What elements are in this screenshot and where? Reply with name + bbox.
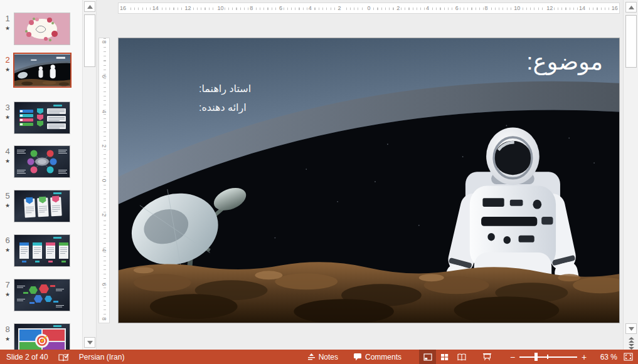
slideshow-button[interactable]	[479, 350, 496, 364]
main-scrollbar-thumb[interactable]	[625, 15, 637, 68]
zoom-in-button[interactable]: +	[580, 352, 588, 362]
zoom-slider-thumb[interactable]	[534, 353, 538, 361]
slide-thumbnail-1[interactable]	[14, 13, 70, 45]
transition-star-icon: ★	[3, 247, 13, 253]
transition-star-icon: ★	[3, 158, 13, 164]
reading-view-icon	[457, 353, 466, 361]
reading-view-button[interactable]	[453, 350, 470, 364]
fit-to-window-icon	[624, 353, 633, 361]
thumbnail-7-art	[14, 279, 70, 311]
scroll-up-button[interactable]	[625, 2, 637, 13]
zoom-out-button[interactable]: −	[508, 352, 517, 362]
thumbnail-6-art	[14, 235, 70, 266]
notes-icon	[307, 353, 316, 361]
comments-label: Comments	[365, 353, 401, 361]
notes-toggle-button[interactable]: Notes	[307, 353, 338, 361]
book-check-icon	[58, 353, 69, 361]
slide-number-3: 3	[3, 103, 13, 112]
slide-thumbnail-8[interactable]	[14, 323, 70, 350]
slide-number-8: 8	[3, 325, 13, 334]
slide-number-6: 6	[3, 236, 13, 245]
thumbnail-meta-6: 6 ★	[3, 236, 13, 253]
transition-star-icon: ★	[3, 202, 13, 209]
chevron-up-icon	[87, 5, 93, 9]
thumbnail-1-art	[14, 13, 70, 44]
main-scrollbar	[623, 0, 638, 350]
slide-thumbnail-2-selected[interactable]	[13, 53, 72, 88]
thumbnail-5-art	[14, 190, 70, 222]
comments-toggle-button[interactable]: Comments	[353, 353, 401, 361]
thumbnail-8-art	[14, 324, 70, 350]
thumbnail-meta-4: 4 ★	[3, 147, 13, 164]
thumbnail-3-art	[14, 102, 70, 133]
thumbnail-meta-7: 7 ★	[3, 280, 13, 298]
powerpoint-window: 1 ★ 2 ★	[0, 0, 638, 364]
thumb-scroll-down-button[interactable]	[84, 337, 95, 348]
chevron-up-icon	[629, 6, 634, 9]
zoom-level[interactable]: 63 %	[591, 353, 617, 361]
vertical-ruler: 864202468	[98, 38, 110, 323]
horizontal-ruler: 1614121086420246810121416	[118, 3, 620, 14]
thumbnail-meta-5: 5 ★	[3, 191, 13, 209]
slide-title-text[interactable]: موضوع:	[526, 48, 603, 75]
transition-star-icon: ★	[3, 114, 13, 120]
slide-canvas[interactable]: موضوع: استاد راهنما: ارائه دهنده:	[118, 38, 620, 323]
thumb-scroll-up-button[interactable]	[84, 1, 95, 12]
slide-counter: Slide 2 of 40	[6, 353, 48, 361]
comment-bubble-icon	[353, 353, 362, 361]
presenter-line: ارائه دهنده:	[199, 98, 274, 117]
slide-thumbnail-3[interactable]	[14, 101, 70, 134]
slide-thumbnail-4[interactable]	[14, 145, 70, 178]
normal-view-icon	[423, 353, 432, 361]
double-chevron-down-icon	[629, 344, 634, 350]
thumbnail-meta-2: 2 ★	[3, 55, 13, 73]
proofing-icon[interactable]	[58, 353, 69, 361]
transition-star-icon: ★	[3, 336, 13, 342]
transition-star-icon: ★	[3, 291, 13, 298]
slide-sorter-view-button[interactable]	[436, 350, 453, 364]
transition-star-icon: ★	[3, 25, 13, 31]
thumbnail-2-art	[14, 54, 70, 86]
status-bar: Slide 2 of 40 Persian (Iran) Notes Comme…	[0, 350, 638, 364]
slide-number-4: 4	[3, 147, 13, 156]
chevron-down-icon	[629, 327, 634, 331]
thumbnail-meta-3: 3 ★	[3, 103, 13, 120]
zoom-slider-track	[519, 356, 577, 358]
slide-thumbnail-6[interactable]	[14, 234, 70, 267]
zoom-slider-notch	[547, 355, 548, 359]
slide-background-image	[119, 38, 619, 323]
slideshow-icon	[482, 353, 492, 361]
supervisor-line: استاد راهنما:	[199, 80, 274, 98]
chevron-down-icon	[87, 341, 93, 345]
slide-number-7: 7	[3, 280, 13, 289]
thumb-scrollbar-thumb[interactable]	[84, 14, 95, 67]
slide-thumbnail-panel: 1 ★ 2 ★	[0, 0, 82, 350]
transition-star-icon: ★	[3, 66, 13, 73]
slide-sorter-icon	[440, 353, 449, 361]
thumbnail-panel-scrollbar	[82, 0, 97, 350]
slide-subtitle-textbox[interactable]: استاد راهنما: ارائه دهنده:	[199, 80, 274, 117]
notes-label: Notes	[319, 353, 338, 361]
fit-to-window-button[interactable]	[624, 353, 633, 361]
thumbnail-meta-8: 8 ★	[3, 325, 13, 342]
language-indicator[interactable]: Persian (Iran)	[79, 353, 125, 361]
slide-thumbnail-7[interactable]	[14, 279, 70, 311]
slide-number-5: 5	[3, 191, 13, 200]
normal-view-button[interactable]	[419, 350, 436, 364]
slide-number-1: 1	[3, 14, 13, 23]
slide-number-2: 2	[3, 55, 13, 65]
slide-thumbnail-5[interactable]	[14, 190, 70, 222]
thumbnail-4-art	[14, 146, 70, 177]
zoom-slider[interactable]	[519, 350, 577, 364]
scroll-down-button[interactable]	[625, 323, 637, 334]
thumbnail-meta-1: 1 ★	[3, 14, 13, 31]
view-shortcut-buttons	[419, 350, 470, 364]
